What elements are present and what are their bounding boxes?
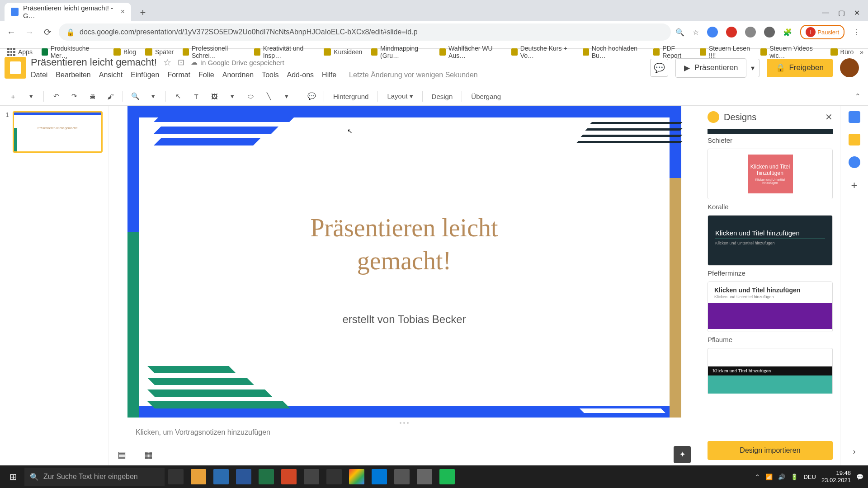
- reload-button[interactable]: ⟳: [41, 25, 54, 39]
- extension-icon[interactable]: [764, 27, 775, 38]
- start-button[interactable]: ⊞: [2, 465, 24, 488]
- taskbar-chrome-icon[interactable]: [349, 469, 364, 484]
- slide-canvas[interactable]: Präsentieren leicht gemacht! erstellt vo…: [127, 106, 681, 418]
- tray-clock[interactable]: 19:48 23.02.2021: [821, 469, 851, 483]
- taskbar-app-icon[interactable]: [417, 469, 432, 484]
- document-title[interactable]: Präsentieren leicht gemacht!: [31, 56, 157, 68]
- star-icon[interactable]: ☆: [693, 28, 699, 37]
- layout-button[interactable]: Layout ▾: [384, 90, 415, 102]
- tray-chevron-icon[interactable]: ⌃: [755, 474, 760, 480]
- calendar-icon[interactable]: [849, 111, 860, 123]
- image-dropdown[interactable]: ▾: [226, 90, 238, 102]
- taskbar-app-icon[interactable]: [394, 469, 410, 484]
- expand-side-icon[interactable]: ›: [853, 447, 856, 456]
- taskbar-app-icon[interactable]: [191, 469, 206, 484]
- bookmark-item[interactable]: Später: [142, 47, 176, 57]
- menu-folie[interactable]: Folie: [198, 71, 214, 79]
- taskbar-app-icon[interactable]: [213, 469, 229, 484]
- grid-view-icon[interactable]: ▦: [144, 449, 153, 460]
- textbox-tool[interactable]: T: [190, 90, 202, 102]
- paint-format-button[interactable]: 🖌: [104, 90, 116, 102]
- window-minimize-icon[interactable]: —: [822, 9, 829, 17]
- bookmark-item[interactable]: Blog: [111, 47, 139, 57]
- line-tool[interactable]: ╲: [263, 90, 274, 102]
- design-card-papierflieger[interactable]: Klicken und Titel hinzufügen: [708, 348, 833, 394]
- extension-icon[interactable]: [745, 27, 756, 38]
- taskbar-app-icon[interactable]: [372, 469, 387, 484]
- address-bar[interactable]: 🔒 docs.google.com/presentation/d/1yV372S…: [59, 23, 671, 41]
- tray-notifications-icon[interactable]: 💬: [856, 474, 863, 480]
- print-button[interactable]: 🖶: [86, 90, 98, 102]
- taskbar-app-icon[interactable]: [168, 469, 184, 484]
- present-button[interactable]: ▶ Präsentieren: [675, 58, 746, 78]
- menu-datei[interactable]: Datei: [31, 71, 47, 79]
- taskbar-app-icon[interactable]: [304, 469, 319, 484]
- zoom-button[interactable]: 🔍: [129, 90, 141, 102]
- account-avatar[interactable]: [840, 58, 859, 77]
- menu-anordnen[interactable]: Anordnen: [222, 71, 254, 79]
- zoom-icon[interactable]: 🔍: [675, 28, 684, 37]
- move-icon[interactable]: ⊡: [178, 57, 184, 67]
- tray-battery-icon[interactable]: 🔋: [791, 474, 798, 480]
- design-card-schiefer-peek[interactable]: [708, 129, 833, 134]
- tray-network-icon[interactable]: 📶: [765, 474, 773, 480]
- image-tool[interactable]: 🖼: [208, 90, 220, 102]
- menu-addons[interactable]: Add-ons: [287, 71, 314, 79]
- menu-bearbeiten[interactable]: Bearbeiten: [56, 71, 90, 79]
- star-icon[interactable]: ☆: [163, 57, 171, 68]
- redo-button[interactable]: ↷: [68, 90, 80, 102]
- taskbar-app-icon[interactable]: [326, 469, 342, 484]
- close-tab-icon[interactable]: ×: [121, 8, 125, 16]
- slides-logo[interactable]: [5, 57, 26, 79]
- menu-tools[interactable]: Tools: [262, 71, 278, 79]
- taskbar-app-icon[interactable]: [236, 469, 251, 484]
- zoom-dropdown[interactable]: ▾: [147, 90, 159, 102]
- window-close-icon[interactable]: ✕: [854, 9, 860, 17]
- design-card-pfefferminze[interactable]: Klicken und Titel hinzufügen Klicken und…: [708, 215, 833, 266]
- slide-thumbnail[interactable]: Präsentieren leicht gemacht!: [13, 111, 103, 153]
- profile-paused-badge[interactable]: T Pausiert: [800, 25, 844, 39]
- browser-menu-icon[interactable]: ⋮: [853, 28, 860, 37]
- keep-icon[interactable]: [849, 134, 860, 145]
- taskbar-spotify-icon[interactable]: [439, 469, 455, 484]
- speaker-notes[interactable]: Klicken, um Vortragsnotizen hinzuzufügen: [108, 425, 700, 443]
- explore-button[interactable]: ✦: [674, 446, 691, 463]
- menu-format[interactable]: Format: [167, 71, 190, 79]
- browser-tab[interactable]: Präsentieren leicht gemacht! - G… ×: [5, 3, 131, 21]
- import-design-button[interactable]: Design importieren: [708, 441, 833, 460]
- menu-ansicht[interactable]: Ansicht: [99, 71, 123, 79]
- extension-icon[interactable]: [726, 27, 737, 38]
- taskbar-search[interactable]: 🔍 Zur Suche Text hier eingeben: [24, 468, 165, 486]
- line-dropdown[interactable]: ▾: [281, 90, 292, 102]
- add-addon-icon[interactable]: +: [849, 179, 860, 191]
- background-button[interactable]: Hintergrund: [330, 91, 371, 102]
- notes-resize-handle[interactable]: [108, 421, 700, 425]
- share-button[interactable]: 🔒 Freigeben: [767, 59, 833, 77]
- menu-hilfe[interactable]: Hilfe: [322, 71, 336, 79]
- slide-subtitle-text[interactable]: erstellt von Tobias Becker: [342, 313, 466, 326]
- filmstrip-view-icon[interactable]: ▤: [118, 449, 126, 460]
- tasks-icon[interactable]: [849, 156, 860, 168]
- new-tab-button[interactable]: +: [135, 5, 151, 21]
- shape-tool[interactable]: ⬭: [245, 90, 256, 102]
- undo-button[interactable]: ↶: [50, 90, 62, 102]
- bookmark-item[interactable]: Kursideen: [321, 47, 365, 57]
- new-slide-dropdown[interactable]: ▾: [25, 90, 37, 102]
- back-button[interactable]: ←: [5, 25, 18, 39]
- forward-button[interactable]: →: [23, 25, 36, 39]
- comments-button[interactable]: 💬: [650, 59, 668, 77]
- select-tool[interactable]: ↖: [172, 90, 184, 102]
- present-dropdown[interactable]: ▾: [746, 59, 760, 77]
- extension-icon[interactable]: [707, 27, 718, 38]
- tray-volume-icon[interactable]: 🔊: [778, 474, 785, 480]
- close-panel-icon[interactable]: ✕: [825, 112, 833, 122]
- window-maximize-icon[interactable]: ▢: [838, 9, 845, 17]
- collapse-toolbar-icon[interactable]: ⌃: [855, 92, 861, 100]
- last-edit-link[interactable]: Letzte Änderung vor wenigen Sekunden: [349, 71, 478, 79]
- slide-title-text[interactable]: Präsentieren leicht gemacht!: [272, 211, 537, 277]
- comment-tool[interactable]: 💬: [306, 90, 317, 102]
- new-slide-button[interactable]: +: [7, 90, 19, 102]
- bookmark-overflow-icon[interactable]: »: [860, 48, 863, 56]
- taskbar-app-icon[interactable]: [281, 469, 297, 484]
- menu-einfuegen[interactable]: Einfügen: [131, 71, 159, 79]
